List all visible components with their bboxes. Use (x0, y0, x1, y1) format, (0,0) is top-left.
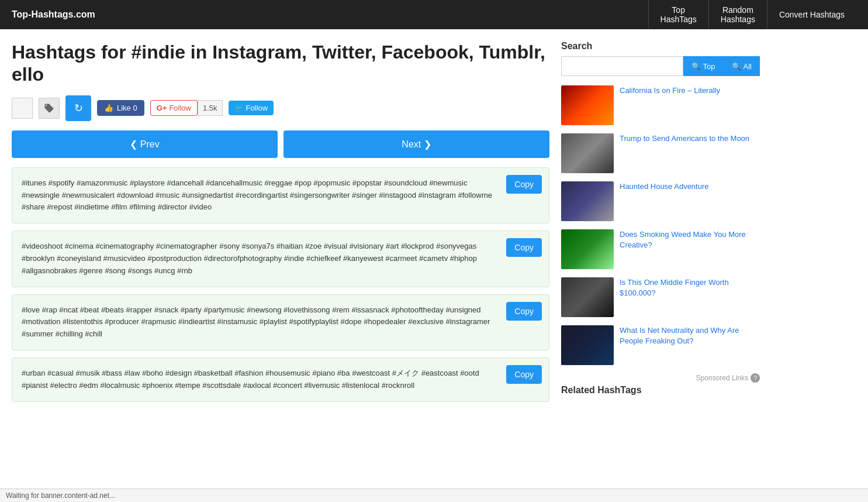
sidebar-article-4[interactable]: Does Smoking Weed Make You More Creative… (561, 229, 760, 269)
article-2-title: Trump to Send Americans to the Moon (620, 133, 749, 173)
article-4-title: Does Smoking Weed Make You More Creative… (620, 229, 760, 269)
article-6-title: What Is Net Neutrality and Why Are Peopl… (620, 325, 760, 365)
article-1-image (561, 85, 614, 125)
page-wrapper: Hashtags for #indie in Instagram, Twitte… (0, 29, 868, 421)
page-title: Hashtags for #indie in Instagram, Twitte… (12, 41, 549, 86)
fb-thumb-icon: 👍 (104, 104, 113, 112)
hashtag-box-2: Copy #videoshoot #cinema #cinematography… (12, 231, 549, 287)
gplus-icon: G+ (157, 104, 167, 112)
copy-button-2[interactable]: Copy (506, 238, 542, 257)
article-3-image (561, 181, 614, 221)
gplus-follow-button[interactable]: G+ Follow (150, 100, 198, 116)
sidebar-article-6[interactable]: What Is Net Neutrality and Why Are Peopl… (561, 325, 760, 365)
sponsored-label: Sponsored Links (696, 374, 748, 382)
sponsored-question-icon: ? (751, 373, 760, 383)
copy-button-4[interactable]: Copy (506, 365, 542, 384)
sidebar-article-3[interactable]: Haunted House Adventure (561, 181, 760, 221)
search-label: Search (561, 41, 760, 51)
site-logo: Top-Hashtags.com (12, 9, 648, 20)
hashtag-text-1: #itunes #spotify #amazonmusic #playstore… (22, 177, 540, 214)
article-4-image (561, 229, 614, 269)
search-all-label: All (743, 62, 752, 71)
article-6-image (561, 325, 614, 365)
refresh-button[interactable]: ↻ (65, 95, 91, 121)
twitter-icon: 🐦 (234, 104, 244, 112)
hashtag-box-4: Copy #urban #casual #musik #bass #law #b… (12, 357, 549, 402)
blank-icon-box[interactable] (12, 98, 33, 119)
copy-button-3[interactable]: Copy (506, 302, 542, 321)
sponsored-links: Sponsored Links ? (561, 373, 760, 383)
search-top-button[interactable]: 🔍 Top (683, 56, 724, 76)
article-5-title: Is This One Middle Finger Worth $100,000… (620, 277, 760, 317)
tag-icon-box[interactable] (39, 98, 60, 119)
search-all-button[interactable]: 🔍 All (724, 56, 760, 76)
gplus-count: 1.5k (198, 100, 223, 116)
search-top-label: Top (703, 62, 715, 71)
header: Top-Hashtags.com Top HashTags Random Has… (0, 0, 868, 29)
gplus-follow-label: Follow (169, 104, 191, 112)
main-content: Hashtags for #indie in Instagram, Twitte… (12, 41, 549, 409)
prev-button[interactable]: ❮ Prev (12, 130, 278, 158)
search-row: 🔍 Top 🔍 All (561, 56, 760, 76)
related-hashtags-label: Related HashTags (561, 385, 760, 396)
nav-buttons: ❮ Prev Next ❯ (12, 130, 549, 158)
toolbar-row: ↻ 👍 Like 0 G+ Follow 1.5k 🐦 Follow (12, 95, 549, 121)
article-2-image (561, 133, 614, 173)
article-3-title: Haunted House Adventure (620, 181, 709, 221)
hashtag-text-2: #videoshoot #cinema #cinematography #cin… (22, 240, 540, 277)
fb-like-label: Like 0 (117, 104, 137, 112)
tag-icon (44, 103, 54, 114)
nav-random-hashtags[interactable]: Random Hashtags (708, 0, 767, 29)
twitter-follow-label: Follow (246, 104, 268, 112)
nav-top-hashtags[interactable]: Top HashTags (648, 0, 708, 29)
refresh-icon: ↻ (74, 102, 83, 115)
article-5-image (561, 277, 614, 317)
hashtag-text-3: #love #rap #ncat #beat #beats #rapper #s… (22, 304, 540, 341)
hashtag-text-4: #urban #casual #musik #bass #law #boho #… (22, 367, 540, 392)
search-top-icon: 🔍 (691, 62, 701, 71)
article-1-title: California Is on Fire – Literally (620, 85, 720, 125)
next-button[interactable]: Next ❯ (283, 130, 549, 158)
sidebar-article-1[interactable]: California Is on Fire – Literally (561, 85, 760, 125)
search-all-icon: 🔍 (732, 62, 741, 71)
sidebar-article-5[interactable]: Is This One Middle Finger Worth $100,000… (561, 277, 760, 317)
nav-convert-hashtags[interactable]: Convert Hashtags (767, 0, 856, 29)
sidebar: Search 🔍 Top 🔍 All California Is on Fire… (561, 41, 760, 409)
hashtag-box-1: Copy #itunes #spotify #amazonmusic #play… (12, 167, 549, 224)
sidebar-article-2[interactable]: Trump to Send Americans to the Moon (561, 133, 760, 173)
search-input[interactable] (561, 56, 683, 76)
twitter-follow-button[interactable]: 🐦 Follow (229, 101, 274, 115)
hashtag-box-3: Copy #love #rap #ncat #beat #beats #rapp… (12, 294, 549, 350)
copy-button-1[interactable]: Copy (506, 175, 542, 194)
header-nav: Top HashTags Random Hashtags Convert Has… (648, 0, 856, 29)
facebook-like-button[interactable]: 👍 Like 0 (97, 100, 144, 116)
